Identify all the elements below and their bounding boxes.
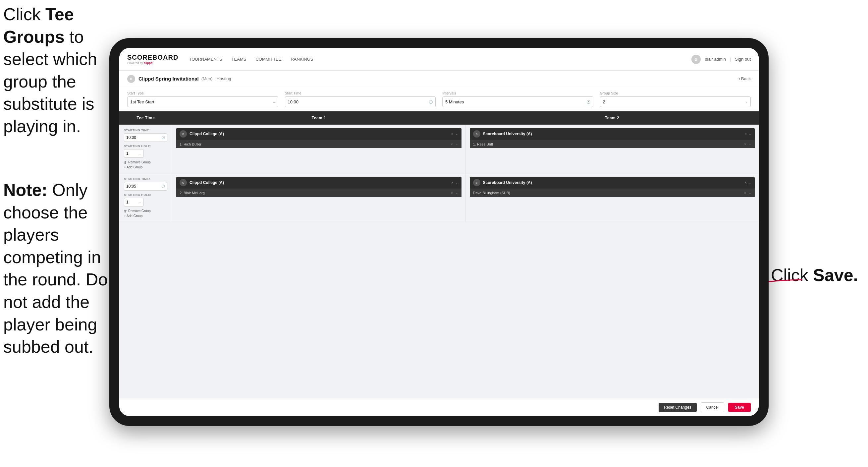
intervals-value: 5 Minutes — [445, 99, 464, 105]
start-time-label: Start Time — [285, 91, 436, 95]
time-panel-2: STARTING TIME: 10:05 🕐 STARTING HOLE: 1 … — [119, 173, 172, 222]
team1-name-2: Clippd College (A) — [189, 180, 448, 185]
instruction-top: Click Tee Groups to select which group t… — [3, 3, 106, 138]
team1-header: Team 1 — [172, 111, 465, 125]
team1-remove-2[interactable]: × — [451, 181, 453, 185]
intervals-group: Intervals 5 Minutes 🕐 — [442, 91, 593, 107]
sub-header: B Clippd Spring Invitational (Men) Hosti… — [119, 70, 759, 87]
table-header: Tee Time Team 1 Team 2 — [119, 111, 759, 125]
player-remove-1-1[interactable]: × — [451, 143, 453, 146]
start-time-group: Start Time 10:00 🕐 — [285, 91, 436, 107]
team1-card-1: C Clippd College (A) × ⌄ 1. Rich Butler — [176, 128, 462, 148]
start-type-input[interactable]: 1st Tee Start ⌄ — [127, 96, 278, 107]
team2-expand-2: ⌄ — [749, 181, 751, 184]
player-name-2-2: Dave Billingham (SUB) — [473, 191, 742, 195]
tournament-title: Clippd Spring Invitational — [138, 76, 199, 82]
team1-avatar-initials-1: C — [182, 133, 184, 136]
hole-input-1[interactable]: 1 ⌄ — [124, 149, 144, 158]
tablet-screen: SCOREBOARD Powered by clippd TOURNAMENTS… — [119, 48, 759, 416]
team1-name-1: Clippd College (A) — [189, 132, 448, 136]
note-text: Note: Only choose the players competing … — [3, 179, 109, 358]
hole-input-2[interactable]: 1 ⌄ — [124, 198, 144, 206]
remove-group-btn-1[interactable]: 🗑 Remove Group — [124, 160, 167, 164]
footer: Reset Changes Cancel Save — [119, 398, 759, 416]
powered-by-text: Powered by — [127, 61, 144, 65]
player-arrow-2-1: ⌄ — [749, 143, 751, 146]
click-save-label: Click Save. — [771, 265, 858, 285]
group-size-label: Group Size — [600, 91, 751, 95]
logo-scoreboard: SCOREBOARD — [127, 54, 178, 61]
player-row-1-2: 2. Blair McHarg × ⌄ — [176, 188, 462, 197]
nav-divider: | — [730, 57, 731, 62]
time-icon-2: 🕐 — [161, 185, 165, 188]
intervals-label: Intervals — [442, 91, 593, 95]
tournament-tag: (Men) — [202, 76, 213, 81]
team2-avatar-initials-1: S — [476, 133, 477, 136]
start-type-group: Start Type 1st Tee Start ⌄ — [127, 91, 278, 107]
add-group-btn-1[interactable]: + Add Group — [124, 166, 167, 169]
team1-remove-1[interactable]: × — [451, 132, 453, 136]
time-input-1[interactable]: 10:00 🕐 — [124, 133, 167, 142]
team2-header: Team 2 — [465, 111, 759, 125]
navbar: SCOREBOARD Powered by clippd TOURNAMENTS… — [119, 48, 759, 70]
start-time-clock: 🕐 — [429, 100, 433, 104]
back-button[interactable]: ‹ Back — [739, 76, 751, 81]
nav-committee[interactable]: COMMITTEE — [255, 57, 281, 62]
team2-remove-2[interactable]: × — [745, 181, 747, 185]
team1-actions-2: × ⌄ — [451, 181, 458, 185]
starting-hole-label-1: STARTING HOLE: — [124, 145, 167, 148]
team2-avatar-2: S — [473, 179, 480, 186]
player-row-2-1: 1. Rees Britt × ⌄ — [470, 140, 755, 148]
hole-arrow-2: ⌄ — [139, 201, 142, 204]
team2-avatar-initials-2: S — [476, 181, 477, 184]
time-icon-1: 🕐 — [161, 136, 165, 139]
nav-tournaments[interactable]: TOURNAMENTS — [189, 57, 222, 62]
logo-text: SCOREBOARD — [127, 54, 178, 61]
nav-rankings[interactable]: RANKINGS — [290, 57, 313, 62]
intervals-clock: 🕐 — [586, 100, 590, 104]
time-input-2[interactable]: 10:05 🕐 — [124, 182, 167, 191]
sign-out-link[interactable]: Sign out — [735, 57, 751, 62]
nav-links: TOURNAMENTS TEAMS COMMITTEE RANKINGS — [189, 57, 691, 62]
start-time-input[interactable]: 10:00 🕐 — [285, 96, 436, 107]
team2-remove-1[interactable]: × — [745, 132, 747, 136]
player-arrow-1-2: ⌄ — [456, 191, 458, 195]
starting-time-label-1: STARTING TIME: — [124, 128, 167, 132]
hole-value-2: 1 — [126, 200, 128, 204]
group-row-1: STARTING TIME: 10:00 🕐 STARTING HOLE: 1 … — [119, 125, 759, 173]
player-arrow-1-1: ⌄ — [456, 143, 458, 146]
team2-name-1: Scoreboard University (A) — [483, 132, 742, 136]
add-group-btn-2[interactable]: + Add Group — [124, 214, 167, 218]
team1-expand-1: ⌄ — [456, 132, 458, 136]
remove-group-btn-2[interactable]: 🗑 Remove Group — [124, 209, 167, 213]
save-button[interactable]: Save — [728, 403, 751, 412]
player-name-1-2: 2. Blair McHarg — [180, 191, 448, 195]
intervals-input[interactable]: 5 Minutes 🕐 — [442, 96, 593, 107]
tablet-frame: SCOREBOARD Powered by clippd TOURNAMENTS… — [109, 38, 769, 426]
tee-time-header: Tee Time — [119, 111, 172, 125]
player-name-2-1: 1. Rees Britt — [473, 142, 742, 146]
time-panel-1: STARTING TIME: 10:00 🕐 STARTING HOLE: 1 … — [119, 125, 172, 173]
remove-group-label-2: Remove Group — [128, 209, 151, 213]
player-row-1-1: 1. Rich Butler × ⌄ — [176, 140, 462, 148]
team2-name-2: Scoreboard University (A) — [483, 180, 742, 185]
cancel-button[interactable]: Cancel — [701, 402, 724, 412]
group-row-2: STARTING TIME: 10:05 🕐 STARTING HOLE: 1 … — [119, 173, 759, 222]
team2-actions-1: × ⌄ — [745, 132, 751, 136]
player-name-1-1: 1. Rich Butler — [180, 142, 448, 146]
user-avatar: B — [691, 55, 701, 64]
start-type-arrow: ⌄ — [273, 100, 275, 104]
team1-avatar-2: C — [180, 179, 187, 186]
team1-expand-2: ⌄ — [456, 181, 458, 184]
group-size-arrow: ⌄ — [745, 100, 748, 104]
group-size-input[interactable]: 2 ⌄ — [600, 96, 751, 107]
sub-avatar-initials: B — [130, 77, 132, 81]
clippd-text: clippd — [144, 61, 153, 65]
player-remove-2-2[interactable]: × — [744, 191, 746, 195]
player-remove-1-2[interactable]: × — [451, 191, 453, 195]
player-remove-2-1[interactable]: × — [744, 143, 746, 146]
nav-teams[interactable]: TEAMS — [231, 57, 247, 62]
reset-changes-button[interactable]: Reset Changes — [659, 403, 697, 412]
instruction-prefix: Click — [3, 5, 45, 24]
team2-card-header-1: S Scoreboard University (A) × ⌄ — [470, 128, 755, 140]
